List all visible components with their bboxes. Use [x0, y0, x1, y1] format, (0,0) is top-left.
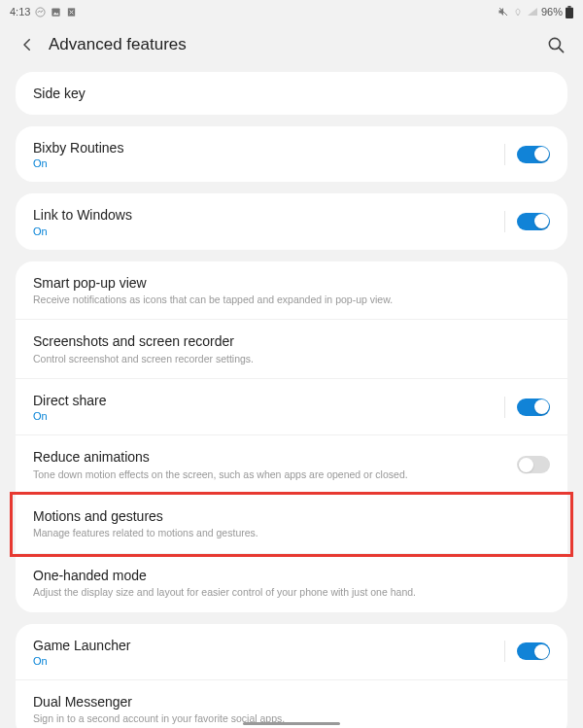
home-indicator[interactable]	[243, 722, 340, 725]
svg-marker-6	[528, 8, 537, 16]
row-game-launcher[interactable]: Game Launcher On	[16, 624, 567, 680]
page-title: Advanced features	[49, 35, 544, 54]
row-title: Game Launcher	[33, 637, 497, 654]
status-right: 96%	[497, 6, 573, 18]
toggle-link-windows[interactable]	[517, 213, 550, 230]
row-title: Link to Windows	[33, 206, 497, 224]
row-title: One-handed mode	[33, 567, 550, 584]
search-button[interactable]	[544, 33, 567, 56]
row-link-windows[interactable]: Link to Windows On	[16, 193, 567, 249]
row-title: Reduce animations	[33, 448, 517, 466]
row-title: Direct share	[33, 392, 497, 409]
row-subtitle: Tone down motion effects on the screen, …	[33, 468, 517, 482]
row-dual-messenger[interactable]: Dual Messenger Sign in to a second accou…	[16, 680, 567, 728]
row-direct-share[interactable]: Direct share On	[16, 379, 567, 435]
toggle-separator	[504, 641, 505, 662]
row-title: Screenshots and screen recorder	[33, 332, 550, 350]
chevron-left-icon	[18, 36, 36, 53]
row-title: Motions and gestures	[33, 507, 550, 525]
row-bixby-routines[interactable]: Bixby Routines On	[16, 126, 567, 182]
toggle-direct-share[interactable]	[517, 399, 550, 416]
search-icon	[547, 36, 566, 54]
svg-rect-1	[52, 8, 60, 16]
svg-rect-8	[566, 7, 573, 17]
row-status: On	[33, 157, 497, 169]
row-reduce-animations[interactable]: Reduce animations Tone down motion effec…	[16, 435, 567, 495]
image-icon	[51, 7, 61, 17]
row-motions-gestures[interactable]: Motions and gestures Manage features rel…	[16, 495, 567, 554]
toggle-game-launcher[interactable]	[517, 642, 550, 660]
row-smart-popup[interactable]: Smart pop-up view Receive notifications …	[16, 261, 567, 321]
row-title: Smart pop-up view	[33, 274, 550, 292]
status-bar: 4:13 96%	[0, 0, 583, 23]
row-status: On	[33, 225, 497, 237]
card-bixby: Bixby Routines On	[16, 126, 567, 182]
row-one-handed[interactable]: One-handed mode Adjust the display size …	[16, 554, 567, 612]
row-subtitle: Adjust the display size and layout for e…	[33, 586, 550, 600]
row-status: On	[33, 655, 497, 667]
status-time: 4:13	[10, 6, 30, 17]
row-title: Side key	[33, 85, 550, 102]
row-subtitle: Receive notifications as icons that can …	[33, 294, 550, 307]
wifi-icon	[512, 6, 524, 17]
status-left: 4:13	[10, 6, 77, 17]
back-button[interactable]	[16, 33, 39, 56]
card-side-key: Side key	[16, 72, 567, 115]
toggle-separator	[504, 144, 505, 165]
row-subtitle: Control screenshot and screen recorder s…	[33, 353, 550, 366]
row-status: On	[33, 410, 497, 422]
svg-rect-7	[567, 6, 570, 8]
signal-icon	[527, 6, 538, 17]
battery-percent: 96%	[541, 6, 563, 17]
messenger-icon	[35, 7, 46, 17]
svg-line-10	[558, 47, 563, 52]
toggle-separator	[504, 211, 505, 232]
svg-point-5	[517, 14, 519, 16]
toggle-separator	[504, 397, 505, 418]
app-header: Advanced features	[0, 23, 583, 72]
row-title: Bixby Routines	[33, 139, 497, 156]
card-group-2: Game Launcher On Dual Messenger Sign in …	[16, 624, 567, 728]
file-icon	[66, 7, 77, 17]
settings-content: Side key Bixby Routines On Link to Windo…	[0, 72, 583, 728]
mute-icon	[497, 6, 509, 17]
card-link-windows: Link to Windows On	[16, 193, 567, 249]
row-side-key[interactable]: Side key	[16, 72, 567, 115]
row-title: Dual Messenger	[33, 693, 550, 711]
card-group-1: Smart pop-up view Receive notifications …	[16, 261, 567, 612]
toggle-reduce-animations[interactable]	[517, 456, 550, 473]
row-subtitle: Manage features related to motions and g…	[33, 527, 550, 540]
toggle-bixby[interactable]	[517, 146, 550, 163]
row-screenshots[interactable]: Screenshots and screen recorder Control …	[16, 320, 567, 379]
battery-icon	[566, 6, 573, 18]
